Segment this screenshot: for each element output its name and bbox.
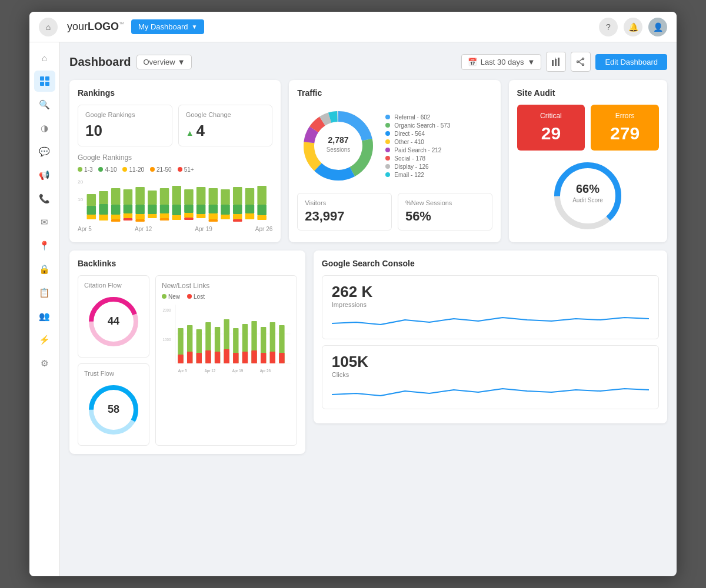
topnav-right: ? 🔔 👤 (599, 18, 667, 36)
svg-rect-43 (184, 189, 194, 205)
svg-rect-98 (197, 353, 202, 363)
sidebar-item-analytics[interactable]: ◑ (34, 118, 55, 139)
svg-rect-114 (270, 352, 275, 363)
top-section: Rankings Google Rankings 10 Google Chang… (69, 80, 667, 242)
svg-rect-104 (224, 349, 229, 363)
svg-rect-65 (257, 205, 267, 215)
visitors-card: Visitors 23,997 (297, 193, 392, 230)
svg-text:10: 10 (78, 197, 84, 202)
trust-flow-label: Trust Flow (84, 370, 143, 377)
sidebar-item-dashboard[interactable] (34, 71, 55, 92)
audit-top: Critical 29 Errors 279 (517, 105, 659, 151)
svg-rect-56 (221, 215, 230, 219)
newlost-title: New/Lost Links (162, 282, 291, 290)
svg-rect-45 (184, 213, 194, 218)
svg-text:Apr 12: Apr 12 (205, 368, 215, 373)
svg-point-9 (582, 64, 584, 66)
up-arrow-icon: ▲ (186, 128, 194, 138)
svg-point-8 (582, 58, 584, 60)
rankings-chart-labels: Apr 5 Apr 12 Apr 19 Apr 26 (78, 226, 272, 232)
svg-rect-41 (172, 205, 181, 215)
svg-text:Apr 5: Apr 5 (178, 368, 187, 373)
sidebar-item-email[interactable]: ✉ (34, 212, 55, 233)
svg-rect-35 (148, 214, 157, 218)
svg-rect-100 (205, 350, 211, 363)
sidebar-item-comments[interactable]: 💬 (34, 141, 55, 162)
svg-rect-96 (187, 352, 192, 363)
svg-text:66%: 66% (576, 182, 600, 195)
svg-rect-25 (124, 189, 133, 205)
rankings-chart: 20 10 (78, 176, 272, 223)
svg-rect-40 (172, 186, 181, 205)
sidebar-item-campaigns[interactable]: 📢 (34, 165, 55, 186)
my-dashboard-button[interactable]: My Dashboard ▼ (131, 19, 204, 34)
svg-rect-24 (111, 219, 121, 222)
svg-rect-39 (160, 218, 169, 220)
sidebar-item-users[interactable]: 👥 (34, 306, 55, 327)
svg-rect-15 (87, 194, 96, 206)
rankings-section: Rankings Google Rankings 10 Google Chang… (69, 80, 281, 242)
sidebar-item-location[interactable]: 📍 (34, 235, 55, 256)
sidebar-item-integrations[interactable]: ⚡ (34, 329, 55, 350)
sidebar-item-security[interactable]: 🔒 (34, 259, 55, 280)
svg-rect-29 (135, 187, 145, 205)
sidebar-item-calls[interactable]: 📞 (34, 188, 55, 209)
svg-rect-38 (160, 213, 169, 218)
svg-rect-51 (209, 205, 218, 213)
svg-rect-116 (279, 353, 284, 363)
svg-line-11 (579, 59, 582, 62)
svg-point-10 (577, 61, 579, 63)
sidebar-item-settings[interactable]: ⚙ (34, 353, 55, 374)
svg-rect-64 (257, 186, 267, 205)
svg-rect-20 (99, 215, 108, 220)
rankings-chart-legend: 1-3 4-10 11-20 21-50 51+ (78, 166, 272, 173)
audit-score: 66% Audit Score (517, 158, 659, 234)
svg-rect-7 (555, 58, 556, 61)
gsc-section: Google Search Console 262 K Impressions … (314, 250, 667, 423)
svg-text:2,787: 2,787 (328, 135, 349, 145)
svg-rect-26 (124, 205, 133, 213)
svg-rect-49 (197, 214, 206, 218)
logo: yourLOGO™ (67, 21, 124, 33)
svg-text:Apr 19: Apr 19 (232, 368, 243, 373)
svg-rect-30 (135, 205, 145, 214)
impressions-card: 262 K Impressions (322, 275, 659, 339)
svg-rect-31 (135, 214, 145, 219)
critical-card: Critical 29 (517, 105, 585, 151)
sidebar-item-reports[interactable]: 📋 (34, 282, 55, 303)
chevron-down-icon: ▼ (178, 58, 185, 66)
clicks-label: Clicks (332, 371, 649, 378)
share-button[interactable] (571, 52, 591, 72)
calendar-icon: 📅 (468, 58, 477, 66)
svg-rect-4 (552, 60, 554, 66)
page-title: Dashboard (69, 55, 131, 69)
svg-rect-18 (99, 191, 108, 204)
bell-icon[interactable]: 🔔 (624, 18, 642, 36)
svg-rect-66 (257, 215, 267, 220)
header-right: 📅 Last 30 days ▼ Edit Dashboard (461, 52, 667, 72)
google-rankings-label: Google Rankings (85, 111, 165, 118)
traffic-inner: 2,787 Sessions Referral - 602 Organic Se… (297, 105, 492, 187)
svg-rect-108 (242, 352, 248, 363)
avatar[interactable]: 👤 (648, 18, 667, 36)
topnav: ⌂ yourLOGO™ My Dashboard ▼ ? 🔔 👤 (29, 12, 677, 42)
date-range-button[interactable]: 📅 Last 30 days ▼ (461, 54, 542, 70)
help-icon[interactable]: ? (599, 18, 618, 36)
svg-rect-110 (251, 350, 257, 363)
svg-rect-102 (215, 352, 220, 363)
home-nav-icon[interactable]: ⌂ (39, 18, 58, 36)
sidebar: ⌂ 🔍 ◑ 💬 📢 📞 ✉ 📍 🔒 📋 👥 ⚡ ⚙ (29, 42, 60, 576)
sidebar-item-home[interactable]: ⌂ (34, 47, 55, 68)
svg-rect-52 (209, 213, 218, 219)
overview-button[interactable]: Overview ▼ (136, 55, 191, 69)
citation-flow-card: Citation Flow 44 (78, 275, 149, 358)
chevron-down-icon: ▼ (192, 24, 198, 30)
sidebar-item-search[interactable]: 🔍 (34, 94, 55, 115)
svg-rect-17 (87, 215, 96, 219)
bottom-section: Backlinks Citation Flow 44 (69, 250, 667, 454)
main-content: Dashboard Overview ▼ 📅 Last 30 days ▼ (60, 42, 677, 576)
edit-dashboard-button[interactable]: Edit Dashboard (595, 54, 667, 70)
chart-toggle-button[interactable] (546, 52, 566, 72)
audit-title: Site Audit (517, 88, 659, 98)
svg-text:2000: 2000 (163, 308, 171, 313)
